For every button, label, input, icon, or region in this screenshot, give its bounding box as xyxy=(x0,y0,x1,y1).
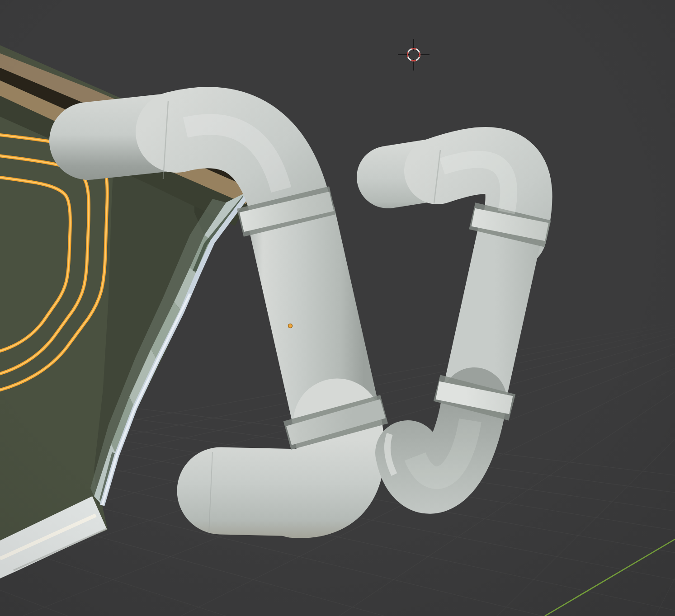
viewport-vignette xyxy=(0,0,675,616)
viewport[interactable] xyxy=(0,0,675,616)
viewport-canvas[interactable] xyxy=(0,0,675,616)
